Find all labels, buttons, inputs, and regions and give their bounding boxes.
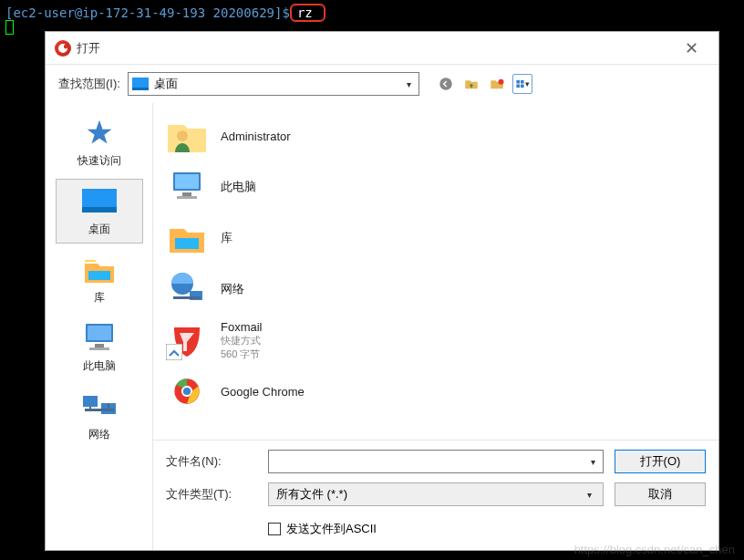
computer-icon (166, 167, 208, 207)
desktop-icon (79, 185, 119, 218)
filetype-dropdown[interactable]: 所有文件 (*.*) ▾ (268, 482, 604, 506)
chevron-down-icon: ▾ (403, 79, 415, 89)
lookin-dropdown[interactable]: 桌面 ▾ (128, 72, 419, 96)
open-button[interactable]: 打开(O) (615, 450, 706, 473)
file-subtype: 快捷方式 (221, 334, 263, 347)
terminal-prompt: [ec2-user@ip-172-31-49-193 20200629]$ (5, 5, 290, 20)
sidebar-item-label: 库 (94, 290, 105, 306)
svg-rect-26 (173, 296, 201, 299)
ascii-checkbox-label: 发送文件到ASCII (286, 521, 377, 537)
file-name: 此电脑 (221, 179, 256, 195)
svg-point-18 (177, 130, 188, 141)
list-item[interactable]: 库 (157, 213, 715, 264)
svg-rect-20 (175, 174, 199, 189)
svg-rect-22 (177, 196, 197, 199)
terminal-cursor (5, 20, 14, 35)
sidebar-item-this-pc[interactable]: 此电脑 (56, 316, 143, 380)
nav-toolbar: ▾ (436, 74, 532, 94)
file-size: 560 字节 (221, 347, 263, 360)
lookin-label: 查找范围(I): (58, 76, 120, 92)
up-icon[interactable] (461, 74, 481, 94)
sidebar-item-desktop[interactable]: 桌面 (56, 179, 143, 244)
app-icon (55, 40, 71, 57)
svg-rect-4 (516, 84, 520, 88)
filename-label: 文件名(N): (166, 453, 257, 470)
foxmail-icon (166, 320, 208, 360)
view-icon[interactable]: ▾ (512, 74, 532, 94)
filetype-value: 所有文件 (*.*) (276, 486, 347, 503)
svg-rect-12 (89, 347, 109, 350)
chevron-down-icon: ▾ (584, 490, 595, 500)
svg-rect-5 (521, 84, 524, 88)
new-folder-icon[interactable] (487, 74, 507, 94)
file-name: 网络 (221, 281, 244, 297)
sidebar-item-network[interactable]: 网络 (56, 384, 143, 449)
svg-rect-7 (82, 207, 117, 213)
svg-rect-23 (175, 238, 199, 249)
list-item[interactable]: 此电脑 (157, 161, 715, 213)
sidebar-item-label: 网络 (88, 427, 110, 442)
dialog-title: 打开 (77, 40, 673, 57)
terminal-command-highlight: rz (290, 4, 326, 22)
library-icon (166, 218, 208, 258)
lookin-row: 查找范围(I): 桌面 ▾ ▾ (46, 65, 718, 103)
svg-rect-8 (88, 271, 110, 280)
network-globe-icon (166, 269, 208, 309)
svg-point-0 (439, 78, 452, 90)
filetype-label: 文件类型(T): (166, 486, 257, 503)
desktop-icon (132, 78, 149, 90)
sidebar-item-label: 快速访问 (78, 153, 121, 169)
ascii-checkbox[interactable] (268, 523, 281, 535)
chrome-icon (166, 371, 208, 411)
file-name: Google Chrome (221, 385, 305, 399)
svg-rect-2 (516, 80, 520, 84)
list-item[interactable]: Foxmail 快捷方式 560 字节 (157, 315, 715, 366)
star-icon (79, 117, 119, 150)
network-icon (79, 390, 119, 423)
titlebar: 打开 ✕ (46, 32, 718, 65)
lookin-value: 桌面 (154, 76, 403, 92)
terminal-command: rz (297, 5, 313, 20)
terminal-line: [ec2-user@ip-172-31-49-193 20200629]$ rz (0, 0, 744, 26)
bottom-form: 文件名(N): ▾ 打开(O) 文件类型(T): 所有文件 (*.*) ▾ 取消 (153, 441, 718, 550)
places-sidebar: 快速访问 桌面 库 此电脑 (46, 103, 153, 550)
sidebar-item-libraries[interactable]: 库 (56, 247, 143, 312)
chevron-down-icon: ▾ (587, 457, 599, 467)
file-name: Administrator (221, 130, 291, 143)
svg-rect-3 (521, 80, 524, 84)
file-name: Foxmail (221, 320, 263, 334)
list-item[interactable]: 网络 (157, 264, 715, 315)
library-icon (79, 254, 119, 286)
open-file-dialog: 打开 ✕ 查找范围(I): 桌面 ▾ ▾ (45, 31, 719, 551)
filename-input[interactable]: ▾ (268, 450, 604, 473)
close-button[interactable]: ✕ (673, 35, 709, 62)
svg-rect-11 (95, 344, 104, 347)
user-folder-icon (166, 116, 208, 156)
svg-rect-13 (83, 396, 98, 407)
list-item[interactable]: Google Chrome (157, 366, 715, 417)
back-icon[interactable] (436, 74, 456, 94)
file-list[interactable]: Administrator 此电脑 库 (153, 103, 718, 441)
svg-rect-21 (182, 192, 191, 196)
svg-rect-10 (88, 326, 111, 340)
file-name: 库 (221, 230, 232, 246)
svg-rect-15 (85, 409, 114, 411)
computer-icon (79, 322, 119, 355)
list-item[interactable]: Administrator (157, 110, 715, 161)
sidebar-item-quick-access[interactable]: 快速访问 (56, 110, 143, 175)
svg-point-1 (498, 79, 503, 85)
cancel-button[interactable]: 取消 (615, 482, 706, 506)
sidebar-item-label: 桌面 (88, 222, 110, 237)
sidebar-item-label: 此电脑 (83, 358, 116, 374)
svg-point-30 (183, 388, 191, 395)
